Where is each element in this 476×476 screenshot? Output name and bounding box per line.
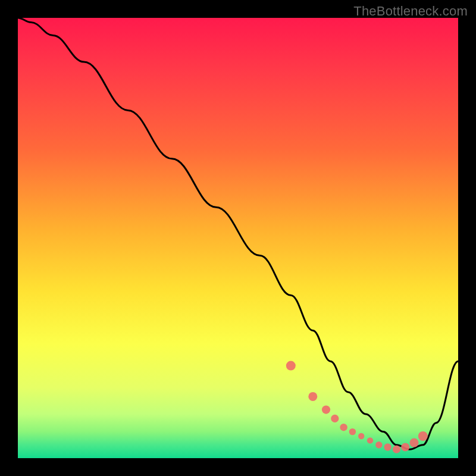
bottleneck-curve [18,18,458,449]
highlight-dot [322,406,330,414]
plot-area [18,18,458,458]
highlight-dot [393,446,400,453]
highlight-dot [308,392,317,401]
highlight-dot [384,443,391,450]
chart-root: TheBottleneck.com [0,0,476,476]
highlight-dot [367,437,373,443]
highlight-dot [286,361,296,371]
highlight-dot [401,443,409,451]
highlight-dot [358,433,364,439]
highlight-dot [410,439,419,447]
curve-layer [18,18,458,458]
highlight-dot [349,428,356,435]
highlight-dot [375,441,382,448]
highlight-dot [418,431,428,441]
highlight-dot [331,415,339,422]
watermark-label: TheBottleneck.com [353,4,468,19]
highlight-dot [340,424,347,431]
highlight-dots-group [286,361,428,453]
